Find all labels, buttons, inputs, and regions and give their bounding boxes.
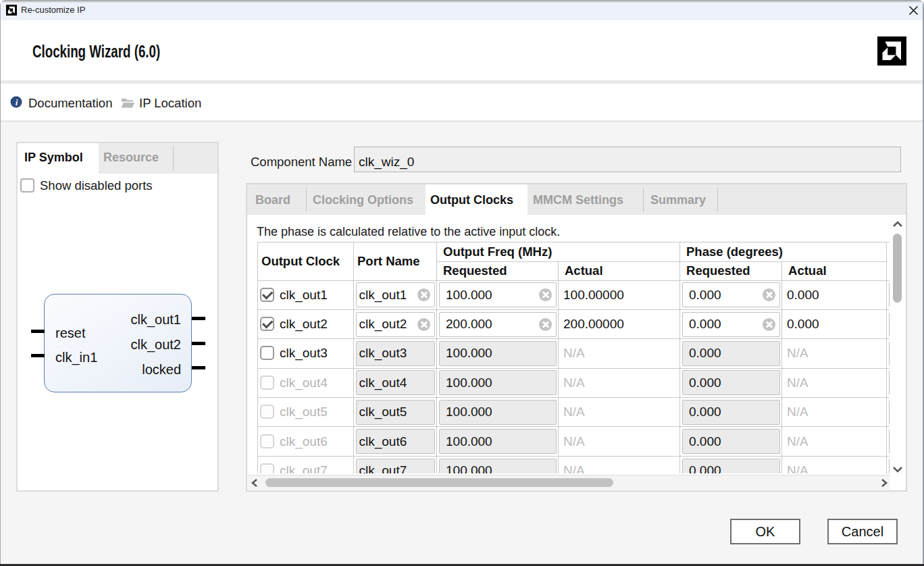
svg-text:i: i [16,97,18,107]
